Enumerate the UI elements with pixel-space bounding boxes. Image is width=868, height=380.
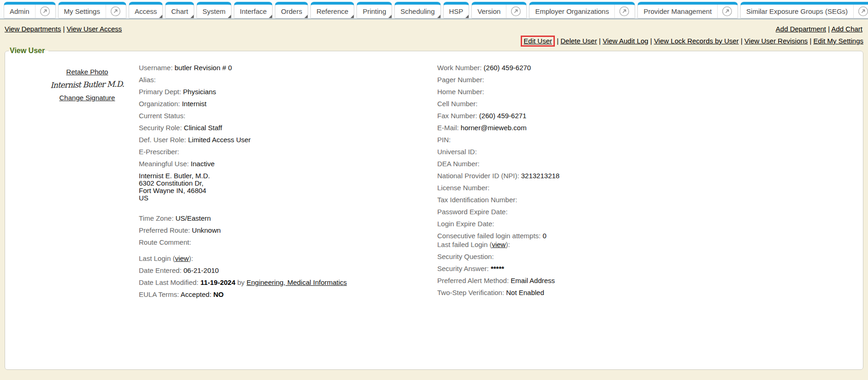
field-label: Fax Number: [437,112,479,120]
field-label: Def. User Role: [139,136,188,144]
field-row: Date Last Modified: 11-19-2024 by Engine… [139,279,437,286]
tab-similar-exposure-groups-segs[interactable]: Similar Exposure Groups (SEGs) [740,2,868,18]
tab-label: Scheduling [400,7,435,15]
field-row: Two-Step Verification: Not Enabled [437,289,858,296]
field-label: Last Login ( [139,254,175,262]
field-label: National Provider ID (NPI): [437,172,521,180]
tab-admin[interactable]: Admin [4,2,56,18]
open-new-window-icon[interactable] [106,6,121,17]
field-label: Home Number: [437,88,484,96]
add-department-link[interactable]: Add Department [776,25,826,33]
tab-employer-organizations[interactable]: Employer Organizations [529,2,635,18]
field-row: E-Prescriber: [139,148,437,156]
address-line: Fort Wayne IN, 46804 [139,187,437,194]
field-row: Current Status: [139,112,437,120]
retake-photo-link[interactable]: Retake Photo [66,68,108,76]
field-row: Date Entered: 06-21-2010 [139,267,437,274]
tab-label: Version [477,7,501,15]
tab-version[interactable]: Version [471,2,527,18]
field-row: Work Number: (260) 459-6270 [437,64,858,72]
field-value: Not Enabled [506,289,544,296]
field-row: License Number: [437,184,858,192]
tab-label: Admin [9,7,30,15]
view-departments-link[interactable]: View Departments [5,25,61,33]
tab-label: Employer Organizations [535,7,609,15]
field-row: Consecutive failed login attempts: 0 [437,232,858,240]
tab-orders[interactable]: Orders [275,2,308,18]
field-bold: 11-19-2024 [200,278,235,286]
tab-label: Printing [362,7,386,15]
tab-provider-management[interactable]: Provider Management [637,2,738,18]
view-link[interactable]: view [492,241,505,248]
user-details-right-column: Work Number: (260) 459-6270Pager Number:… [437,64,858,303]
field-label: Last failed Login ( [437,241,492,248]
open-new-window-icon[interactable] [506,6,521,17]
field-label: Alias: [139,76,156,84]
tab-access[interactable]: Access [129,2,163,18]
tab-reference[interactable]: Reference [310,2,354,18]
field-row: Login Expire Date: [437,220,858,228]
open-new-window-icon[interactable] [36,6,50,17]
field-value: Accepted: [181,290,214,298]
edit-my-settings-link[interactable]: Edit My Settings [814,37,863,45]
tab-label: Similar Exposure Groups (SEGs) [746,7,848,15]
address-line: 6302 Constitution Dr, [139,180,437,187]
link-separator: | [597,37,602,45]
field-label: Primary Dept: [139,88,183,96]
user-action-links: Edit User | Delete User | View Audit Log… [5,37,863,45]
tab-label: Chart [171,7,189,15]
edit-user-link[interactable]: Edit User [521,36,555,47]
view-link[interactable]: view [175,254,189,262]
field-label: Username: [139,64,175,72]
tab-label: Interface [239,7,267,15]
view-user-access-link[interactable]: View User Access [67,25,122,33]
link-separator: | [826,25,831,33]
change-signature-link[interactable]: Change Signature [59,94,115,102]
field-label: Route Comment: [139,238,191,246]
engineering-medical-informatics-link[interactable]: Engineering, Medical Informatics [247,278,347,286]
open-new-window-icon[interactable] [615,6,630,17]
tab-hsp[interactable]: HSP [443,2,470,18]
add-chart-link[interactable]: Add Chart [831,25,862,33]
field-row: Pager Number: [437,76,858,84]
field-row: Tax Identification Number: [437,196,858,204]
field-label: Tax Identification Number: [437,196,517,204]
field-row: Security Role: Clinical Staff [139,124,437,132]
tab-my-settings[interactable]: My Settings [58,2,126,18]
field-row: Route Comment: [139,239,437,246]
link-separator: | [648,37,654,45]
field-label: by [235,278,246,286]
open-new-window-icon[interactable] [718,6,732,17]
tab-label: HSP [449,7,464,15]
field-label: Cell Number: [437,100,478,108]
address-line: US [139,194,437,202]
field-row: Last Login (view): [139,255,437,262]
user-details-grid: Retake Photo Internist Butler M.D. Chang… [10,64,858,303]
tab-scheduling[interactable]: Scheduling [394,2,440,18]
field-row: DEA Number: [437,160,858,168]
open-new-window-icon[interactable] [854,6,868,17]
field-row: Password Expire Date: [437,208,858,216]
field-label: DEA Number: [437,160,480,168]
field-label: Consecutive failed login attempts: [437,232,542,240]
view-audit-log-link[interactable]: View Audit Log [603,37,648,45]
field-label: PIN: [437,136,451,144]
field-label: License Number: [437,184,489,192]
delete-user-link[interactable]: Delete User [560,37,597,45]
field-bold: ***** [491,265,504,272]
field-row: Preferred Alert Method: Email Address [437,277,858,284]
tab-printing[interactable]: Printing [357,2,392,18]
field-value: Inactive [191,160,215,168]
field-row: Home Number: [437,88,858,96]
view-lock-records-by-user-link[interactable]: View Lock Records by User [654,37,739,45]
tab-chart[interactable]: Chart [165,2,194,18]
field-label: Security Answer: [437,265,491,272]
field-value: Clinical Staff [184,124,222,132]
field-row: Alias: [139,76,437,84]
tab-system[interactable]: System [196,2,232,18]
tab-interface[interactable]: Interface [234,2,273,18]
field-value: 3213213218 [521,172,559,180]
view-user-revisions-link[interactable]: View User Revisions [744,37,808,45]
field-label: Preferred Route: [139,226,192,234]
signature-image: Internist Butler M.D. [36,79,139,90]
